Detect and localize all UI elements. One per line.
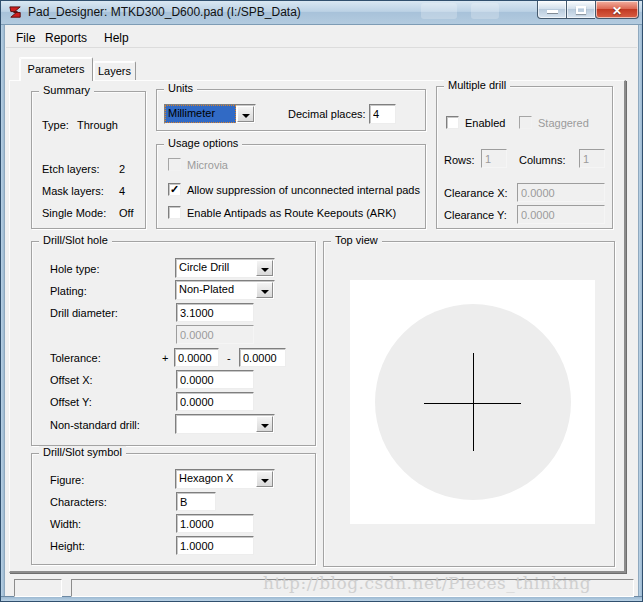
top-view-groupbox: Top view (323, 241, 615, 567)
suppression-checkbox[interactable]: ✓ Allow suppression of unconnected inter… (168, 183, 420, 196)
summary-mask-value: 4 (119, 185, 125, 197)
window-title: Pad_Designer: MTKD300_D600.pad (I:/SPB_D… (28, 5, 301, 19)
summary-single-mode-label: Single Mode: (42, 207, 106, 219)
menu-help[interactable]: Help (98, 29, 135, 47)
hole-type-value: Circle Drill (176, 259, 255, 277)
chevron-down-icon (242, 114, 250, 118)
usage-options-title: Usage options (164, 137, 242, 149)
minimize-button[interactable] (537, 1, 567, 19)
non-standard-drill-dropdown-button[interactable] (256, 416, 273, 432)
crosshair-vertical-line (473, 353, 474, 451)
tolerance-plus-sign: + (162, 352, 168, 364)
menu-reports[interactable]: Reports (39, 29, 93, 47)
maximize-button[interactable] (567, 1, 595, 19)
clearance-x-input[interactable] (517, 183, 605, 202)
plating-label: Plating: (50, 285, 87, 297)
summary-type-label: Type: (42, 119, 69, 131)
non-standard-drill-combobox[interactable] (175, 414, 275, 434)
enabled-checkbox[interactable]: Enabled (446, 116, 505, 129)
watermark-text: http://blog.csdn.net/Pieces_thinking (263, 573, 591, 593)
microvia-checkbox[interactable]: Microvia (168, 158, 228, 171)
tab-layers[interactable]: Layers (93, 61, 136, 81)
tolerance-minus-sign: - (227, 352, 231, 364)
chevron-down-icon (261, 424, 269, 428)
drill-slot-hole-groupbox: Drill/Slot hole Hole type: Circle Drill … (31, 241, 316, 446)
summary-etch-label: Etch layers: (42, 163, 99, 175)
summary-groupbox: Summary Type: Through Etch layers: 2 Mas… (31, 91, 146, 229)
enabled-checkbox-box (446, 116, 459, 129)
characters-input[interactable] (176, 492, 216, 511)
hole-type-dropdown-button[interactable] (256, 260, 273, 276)
summary-title: Summary (39, 84, 94, 96)
summary-type-value: Through (77, 119, 118, 131)
hole-type-combobox[interactable]: Circle Drill (175, 258, 275, 278)
plating-dropdown-button[interactable] (256, 282, 273, 298)
columns-input[interactable] (579, 149, 605, 168)
tolerance-label: Tolerance: (50, 352, 101, 364)
multiple-drill-title: Multiple drill (444, 79, 510, 91)
menubar: File Reports Help (6, 26, 637, 48)
decimal-places-input[interactable] (369, 104, 396, 124)
tab-parameters[interactable]: Parameters (19, 57, 93, 81)
chevron-down-icon (261, 290, 269, 294)
maximize-icon (576, 6, 586, 14)
staggered-checkbox-box (519, 116, 532, 129)
staggered-checkbox[interactable]: Staggered (519, 116, 589, 129)
offset-x-label: Offset X: (50, 374, 93, 386)
tolerance-minus-input[interactable] (239, 348, 286, 367)
decimal-places-label: Decimal places: (288, 108, 366, 120)
app-icon (8, 5, 23, 20)
offset-x-input[interactable] (176, 370, 254, 389)
close-button[interactable]: ✕ (595, 1, 639, 19)
plating-value: Non-Plated (176, 281, 255, 299)
suppression-checkbox-box: ✓ (168, 183, 181, 196)
drill-diameter-label: Drill diameter: (50, 307, 118, 319)
figure-label: Figure: (50, 474, 84, 486)
figure-dropdown-button[interactable] (256, 471, 273, 487)
hole-type-label: Hole type: (50, 263, 100, 275)
antipads-checkbox[interactable]: Enable Antipads as Route Keepouts (ARK) (168, 206, 396, 219)
clearance-y-label: Clearance Y: (444, 209, 507, 221)
non-standard-drill-label: Non-standard drill: (50, 419, 140, 431)
summary-single-mode-value: Off (119, 207, 133, 219)
drill-diameter-input[interactable] (176, 303, 254, 322)
drill-slot-symbol-groupbox: Drill/Slot symbol Figure: Hexagon X Char… (31, 453, 316, 565)
characters-label: Characters: (50, 496, 107, 508)
units-title: Units (164, 82, 197, 94)
units-dropdown-button[interactable] (237, 106, 254, 122)
width-label: Width: (50, 518, 81, 530)
figure-value: Hexagon X (176, 470, 255, 488)
titlebar-glass-artifact (421, 3, 457, 19)
microvia-checkbox-box (168, 158, 181, 171)
pad-preview-canvas[interactable] (350, 280, 595, 524)
figure-combobox[interactable]: Hexagon X (175, 469, 275, 489)
titlebar[interactable]: Pad_Designer: MTKD300_D600.pad (I:/SPB_D… (1, 1, 642, 25)
antipads-label: Enable Antipads as Route Keepouts (ARK) (187, 207, 396, 219)
height-label: Height: (50, 540, 85, 552)
antipads-checkbox-box (168, 206, 181, 219)
microvia-label: Microvia (187, 159, 228, 171)
window-border-left (1, 25, 5, 596)
close-icon: ✕ (612, 4, 622, 18)
usage-options-groupbox: Usage options Microvia ✓ Allow suppressi… (156, 144, 426, 229)
drill-diameter-secondary-input[interactable] (176, 325, 254, 344)
plating-combobox[interactable]: Non-Plated (175, 280, 275, 300)
tolerance-plus-input[interactable] (174, 348, 219, 367)
height-input[interactable] (176, 536, 254, 555)
window-border-right (638, 25, 642, 596)
units-combobox[interactable]: Millimeter (164, 104, 256, 124)
rows-input[interactable] (481, 149, 507, 168)
summary-etch-value: 2 (119, 163, 125, 175)
drill-slot-symbol-title: Drill/Slot symbol (39, 446, 126, 458)
offset-y-input[interactable] (176, 392, 254, 411)
menu-file[interactable]: File (10, 29, 41, 47)
units-selected-value: Millimeter (165, 105, 236, 123)
summary-mask-label: Mask layers: (42, 185, 104, 197)
offset-y-label: Offset Y: (50, 396, 92, 408)
pad-designer-window: Pad_Designer: MTKD300_D600.pad (I:/SPB_D… (0, 0, 643, 602)
clearance-y-input[interactable] (517, 205, 605, 224)
multiple-drill-groupbox: Multiple drill Enabled Staggered Rows: C… (436, 86, 613, 229)
enabled-label: Enabled (465, 117, 505, 129)
width-input[interactable] (176, 514, 254, 533)
clearance-x-label: Clearance X: (444, 187, 508, 199)
